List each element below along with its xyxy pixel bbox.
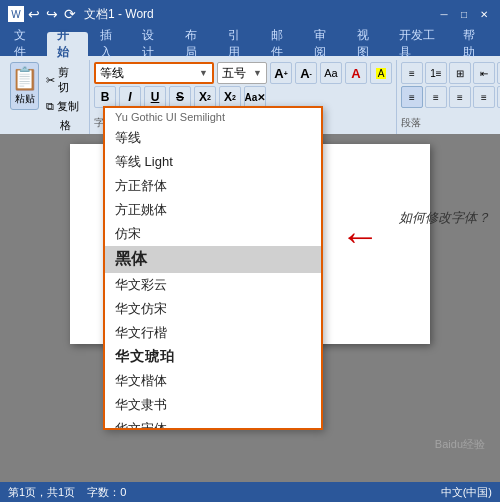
tab-file[interactable]: 文件 xyxy=(4,32,45,56)
subscript-btn[interactable]: X2 xyxy=(194,86,216,108)
font-item-huawen-songti[interactable]: 华文宋体 xyxy=(105,417,321,428)
font-item-fangzheng-shuti[interactable]: 方正舒体 xyxy=(105,174,321,198)
status-bar: 第1页，共1页 字数：0 中文(中国) xyxy=(0,482,500,502)
paragraph-group: ≡ 1≡ ⊞ ⇤ ⇥ AZ↓ ¶ ≡ ≡ ≡ ≡ ≡ ↕ A 段落 xyxy=(397,60,500,134)
font-size-dropdown-arrow[interactable]: ▼ xyxy=(253,68,262,78)
font-item-huawen-cai[interactable]: 华文彩云 xyxy=(105,273,321,297)
word-count: 字数：0 xyxy=(87,485,126,500)
font-dropdown: Yu Gothic UI Semilight 等线 等线 Light 方正舒体 … xyxy=(103,106,323,430)
tab-home[interactable]: 开始 xyxy=(47,32,88,56)
font-name-box[interactable]: 等线 ▼ xyxy=(94,62,214,84)
decrease-indent-btn[interactable]: ⇤ xyxy=(473,62,495,84)
align-right-btn[interactable]: ≡ xyxy=(449,86,471,108)
tab-references[interactable]: 引用 xyxy=(218,32,259,56)
cut-icon: ✂ xyxy=(46,74,55,87)
window-title: 文档1 - Word xyxy=(84,6,154,23)
font-name-dropdown-arrow[interactable]: ▼ xyxy=(199,68,208,78)
language-indicator: 中文(中国) xyxy=(441,485,492,500)
tab-mailings[interactable]: 邮件 xyxy=(261,32,302,56)
italic-btn[interactable]: I xyxy=(119,86,141,108)
tab-layout[interactable]: 布局 xyxy=(175,32,216,56)
undo-btn[interactable]: ↩ xyxy=(28,6,40,22)
maximize-btn[interactable]: □ xyxy=(456,6,472,22)
strikethrough-btn[interactable]: S xyxy=(169,86,191,108)
quick-access-toolbar: ↩ ↪ ⟳ xyxy=(28,6,76,22)
numbered-list-btn[interactable]: 1≡ xyxy=(425,62,447,84)
doc-side-text: 如何修改字体？ xyxy=(399,209,490,227)
paste-label: 粘贴 xyxy=(15,92,35,106)
clear-format-btn[interactable]: Aa✕ xyxy=(244,86,266,108)
paste-button[interactable]: 📋 粘贴 xyxy=(10,62,39,110)
copy-icon: ⧉ xyxy=(46,100,54,113)
window-controls: ─ □ ✕ xyxy=(436,6,492,22)
watermark: Baidu经验 xyxy=(435,437,485,452)
font-item-huawen-xingkai[interactable]: 华文行楷 xyxy=(105,321,321,345)
font-item-huawen-fangsong[interactable]: 华文仿宋 xyxy=(105,297,321,321)
close-btn[interactable]: ✕ xyxy=(476,6,492,22)
font-color-icon: A xyxy=(351,66,360,81)
paste-icon: 📋 xyxy=(11,66,38,92)
copy-button[interactable]: ⧉ 复制 xyxy=(43,98,83,115)
minimize-btn[interactable]: ─ xyxy=(436,6,452,22)
font-row1: 等线 ▼ 五号 ▼ A+ A- Aa A A xyxy=(94,62,392,84)
tab-insert[interactable]: 插入 xyxy=(90,32,131,56)
font-item-yugothic[interactable]: Yu Gothic UI Semilight xyxy=(105,108,321,126)
paragraph-group-label: 段落 xyxy=(401,114,500,132)
font-color-btn[interactable]: A xyxy=(345,62,367,84)
font-size-box[interactable]: 五号 ▼ xyxy=(217,62,267,84)
tab-developer[interactable]: 开发工具 xyxy=(389,32,451,56)
font-item-dengxian[interactable]: 等线 xyxy=(105,126,321,150)
para-row2: ≡ ≡ ≡ ≡ ≡ ↕ A xyxy=(401,86,500,108)
decrease-font-btn[interactable]: A- xyxy=(295,62,317,84)
word-icon: W xyxy=(8,6,24,22)
page-info: 第1页，共1页 xyxy=(8,485,75,500)
title-bar: W ↩ ↪ ⟳ 文档1 - Word ─ □ ✕ xyxy=(0,0,500,28)
underline-btn[interactable]: U xyxy=(144,86,166,108)
font-item-fangsong[interactable]: 仿宋 xyxy=(105,222,321,246)
red-arrow-icon: ← xyxy=(340,214,380,259)
highlight-btn[interactable]: A xyxy=(370,62,392,84)
font-item-fangzheng-yaoti[interactable]: 方正姚体 xyxy=(105,198,321,222)
highlight-icon: A xyxy=(376,68,387,79)
save-btn[interactable]: ⟳ xyxy=(64,6,76,22)
aa-btn[interactable]: Aa xyxy=(320,62,342,84)
multilevel-list-btn[interactable]: ⊞ xyxy=(449,62,471,84)
font-item-huawen-lishu[interactable]: 华文隶书 xyxy=(105,393,321,417)
align-center-btn[interactable]: ≡ xyxy=(425,86,447,108)
tab-help[interactable]: 帮助 xyxy=(453,32,494,56)
redo-btn[interactable]: ↪ xyxy=(46,6,58,22)
tab-view[interactable]: 视图 xyxy=(347,32,388,56)
paste-group: 📋 粘贴 ✂ 剪切 ⧉ 复制 🖌 格式刷 剪贴板 xyxy=(4,60,90,134)
ribbon-tabs: 文件 开始 插入 设计 布局 引用 邮件 审阅 视图 开发工具 帮助 xyxy=(0,28,500,56)
tab-design[interactable]: 设计 xyxy=(132,32,173,56)
superscript-btn[interactable]: X2 xyxy=(219,86,241,108)
font-item-dengxian-light[interactable]: 等线 Light xyxy=(105,150,321,174)
font-row2: B I U S X2 X2 Aa✕ xyxy=(94,86,392,108)
tab-review[interactable]: 审阅 xyxy=(304,32,345,56)
font-item-huawen-kaiti[interactable]: 华文楷体 xyxy=(105,369,321,393)
font-size-value: 五号 xyxy=(222,65,253,82)
para-row1: ≡ 1≡ ⊞ ⇤ ⇥ AZ↓ ¶ xyxy=(401,62,500,84)
align-left-btn[interactable]: ≡ xyxy=(401,86,423,108)
justify-btn[interactable]: ≡ xyxy=(473,86,495,108)
cut-button[interactable]: ✂ 剪切 xyxy=(43,64,83,96)
bold-btn[interactable]: B xyxy=(94,86,116,108)
font-name-value: 等线 xyxy=(100,65,199,82)
font-item-huawen-hupo[interactable]: 华文琥珀 xyxy=(105,345,321,369)
bullet-list-btn[interactable]: ≡ xyxy=(401,62,423,84)
font-dropdown-list: Yu Gothic UI Semilight 等线 等线 Light 方正舒体 … xyxy=(105,108,321,428)
increase-font-btn[interactable]: A+ xyxy=(270,62,292,84)
font-item-heiti[interactable]: 黑体 xyxy=(105,246,321,273)
